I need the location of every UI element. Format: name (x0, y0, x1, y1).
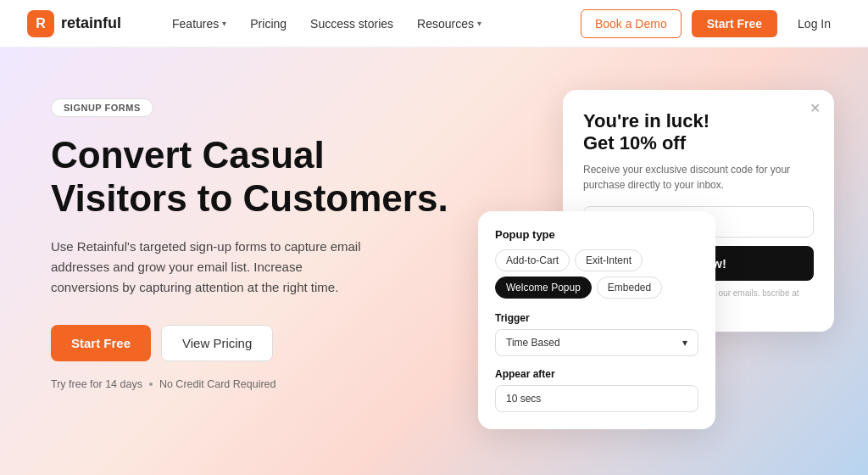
popup-type-welcome-popup[interactable]: Welcome Popup (495, 277, 592, 299)
nav-success-stories[interactable]: Success stories (300, 10, 403, 37)
hero-description: Use Retainful's targeted sign-up forms t… (51, 237, 373, 298)
hero-start-free-button[interactable]: Start Free (51, 325, 151, 361)
hero-right-visuals: ✕ You're in luck! Get 10% off Receive yo… (478, 90, 834, 446)
popup-title: You're in luck! Get 10% off (583, 110, 814, 155)
hero-section: SIGNUP FORMS Convert Casual Visitors to … (0, 48, 868, 475)
logo-icon: R (27, 10, 54, 37)
credit-card-note: No Credit Card Required (159, 378, 276, 390)
hero-note: Try free for 14 days No Credit Card Requ… (51, 378, 458, 390)
nav-resources[interactable]: Resources ▾ (407, 10, 492, 37)
dot-separator (149, 383, 153, 386)
chevron-down-icon: ▾ (682, 337, 687, 349)
signup-forms-badge: SIGNUP FORMS (51, 98, 153, 117)
appear-after-label: Appear after (495, 368, 698, 380)
hero-buttons: Start Free View Pricing (51, 325, 458, 361)
hero-content: SIGNUP FORMS Convert Casual Visitors to … (51, 81, 458, 390)
nav-links: Features ▾ Pricing Success stories Resou… (162, 10, 581, 37)
navbar: R retainful Features ▾ Pricing Success s… (0, 0, 868, 48)
popup-type-embeded[interactable]: Embeded (597, 277, 662, 299)
chevron-down-icon: ▾ (222, 19, 226, 28)
book-demo-button[interactable]: Book a Demo (581, 9, 682, 38)
trigger-select[interactable]: Time Based ▾ (495, 329, 698, 356)
settings-card: Popup type Add-to-Cart Exit-Intent Welco… (478, 211, 715, 429)
hero-view-pricing-button[interactable]: View Pricing (161, 325, 273, 361)
trigger-label: Trigger (495, 312, 698, 324)
chevron-down-icon: ▾ (477, 19, 481, 28)
popup-type-add-to-cart[interactable]: Add-to-Cart (495, 249, 570, 271)
popup-description: Receive your exclusive discount code for… (583, 162, 814, 193)
logo[interactable]: R retainful (27, 10, 121, 37)
nav-actions: Book a Demo Start Free Log In (581, 9, 841, 38)
hero-title: Convert Casual Visitors to Customers. (51, 134, 458, 220)
appear-after-input[interactable]: 10 secs (495, 385, 698, 412)
close-icon[interactable]: ✕ (810, 100, 821, 116)
start-free-button[interactable]: Start Free (692, 10, 777, 37)
popup-type-buttons: Add-to-Cart Exit-Intent Welcome Popup Em… (495, 249, 698, 299)
logo-text: retainful (61, 14, 121, 32)
nav-pricing[interactable]: Pricing (240, 10, 297, 37)
login-button[interactable]: Log In (787, 10, 841, 37)
popup-type-label: Popup type (495, 228, 698, 241)
popup-type-exit-intent[interactable]: Exit-Intent (575, 249, 643, 271)
trial-note: Try free for 14 days (51, 378, 142, 390)
nav-features[interactable]: Features ▾ (162, 10, 236, 37)
